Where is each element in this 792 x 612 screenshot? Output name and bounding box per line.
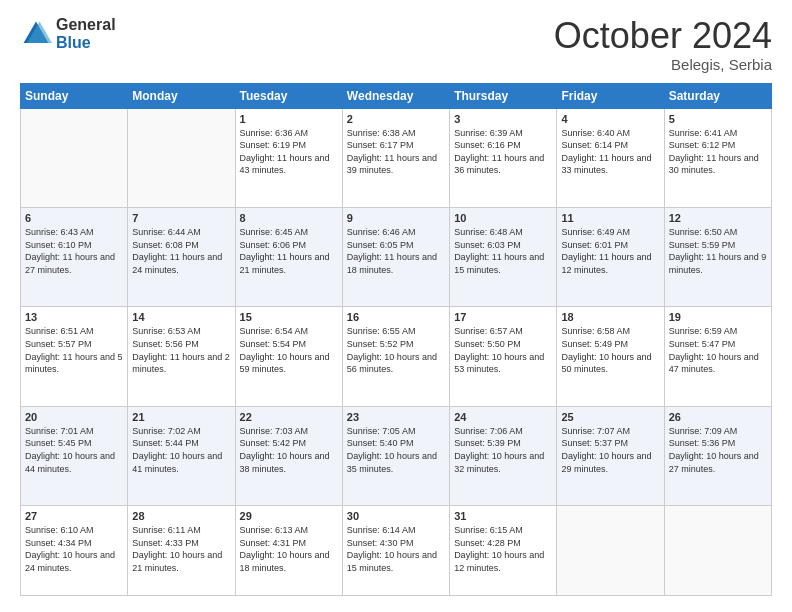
day-number: 4 [561,113,659,125]
calendar-day-cell: 2Sunrise: 6:38 AM Sunset: 6:17 PM Daylig… [342,108,449,207]
calendar-day-cell: 16Sunrise: 6:55 AM Sunset: 5:52 PM Dayli… [342,307,449,406]
calendar-day-cell [128,108,235,207]
logo-general: General [56,16,116,34]
day-info: Sunrise: 6:53 AM Sunset: 5:56 PM Dayligh… [132,325,230,375]
day-number: 30 [347,510,445,522]
calendar-week-row: 20Sunrise: 7:01 AM Sunset: 5:45 PM Dayli… [21,406,772,505]
calendar-day-cell: 25Sunrise: 7:07 AM Sunset: 5:37 PM Dayli… [557,406,664,505]
day-info: Sunrise: 7:01 AM Sunset: 5:45 PM Dayligh… [25,425,123,475]
day-number: 28 [132,510,230,522]
day-number: 14 [132,311,230,323]
calendar-day-cell: 1Sunrise: 6:36 AM Sunset: 6:19 PM Daylig… [235,108,342,207]
day-info: Sunrise: 6:48 AM Sunset: 6:03 PM Dayligh… [454,226,552,276]
calendar-day-cell: 13Sunrise: 6:51 AM Sunset: 5:57 PM Dayli… [21,307,128,406]
calendar-week-row: 6Sunrise: 6:43 AM Sunset: 6:10 PM Daylig… [21,208,772,307]
day-number: 3 [454,113,552,125]
calendar-table: Sunday Monday Tuesday Wednesday Thursday… [20,83,772,596]
calendar-day-cell [21,108,128,207]
day-info: Sunrise: 6:11 AM Sunset: 4:33 PM Dayligh… [132,524,230,574]
day-number: 11 [561,212,659,224]
header-sunday: Sunday [21,83,128,108]
calendar-day-cell: 30Sunrise: 6:14 AM Sunset: 4:30 PM Dayli… [342,506,449,596]
calendar-day-cell: 24Sunrise: 7:06 AM Sunset: 5:39 PM Dayli… [450,406,557,505]
header-thursday: Thursday [450,83,557,108]
calendar-day-cell: 19Sunrise: 6:59 AM Sunset: 5:47 PM Dayli… [664,307,771,406]
calendar-week-row: 27Sunrise: 6:10 AM Sunset: 4:34 PM Dayli… [21,506,772,596]
calendar-day-cell: 29Sunrise: 6:13 AM Sunset: 4:31 PM Dayli… [235,506,342,596]
day-number: 19 [669,311,767,323]
calendar-day-cell: 9Sunrise: 6:46 AM Sunset: 6:05 PM Daylig… [342,208,449,307]
page-header: General Blue October 2024 Belegis, Serbi… [20,16,772,73]
day-info: Sunrise: 6:49 AM Sunset: 6:01 PM Dayligh… [561,226,659,276]
calendar-day-cell: 23Sunrise: 7:05 AM Sunset: 5:40 PM Dayli… [342,406,449,505]
day-number: 6 [25,212,123,224]
day-number: 9 [347,212,445,224]
calendar-day-cell: 7Sunrise: 6:44 AM Sunset: 6:08 PM Daylig… [128,208,235,307]
day-info: Sunrise: 6:13 AM Sunset: 4:31 PM Dayligh… [240,524,338,574]
calendar-week-row: 13Sunrise: 6:51 AM Sunset: 5:57 PM Dayli… [21,307,772,406]
day-info: Sunrise: 7:05 AM Sunset: 5:40 PM Dayligh… [347,425,445,475]
day-number: 26 [669,411,767,423]
day-number: 15 [240,311,338,323]
day-number: 29 [240,510,338,522]
calendar-day-cell: 17Sunrise: 6:57 AM Sunset: 5:50 PM Dayli… [450,307,557,406]
day-info: Sunrise: 6:45 AM Sunset: 6:06 PM Dayligh… [240,226,338,276]
calendar-day-cell: 20Sunrise: 7:01 AM Sunset: 5:45 PM Dayli… [21,406,128,505]
calendar-day-cell: 6Sunrise: 6:43 AM Sunset: 6:10 PM Daylig… [21,208,128,307]
day-info: Sunrise: 6:57 AM Sunset: 5:50 PM Dayligh… [454,325,552,375]
day-number: 2 [347,113,445,125]
day-info: Sunrise: 7:02 AM Sunset: 5:44 PM Dayligh… [132,425,230,475]
calendar-day-cell: 21Sunrise: 7:02 AM Sunset: 5:44 PM Dayli… [128,406,235,505]
day-info: Sunrise: 6:39 AM Sunset: 6:16 PM Dayligh… [454,127,552,177]
day-info: Sunrise: 7:09 AM Sunset: 5:36 PM Dayligh… [669,425,767,475]
day-number: 16 [347,311,445,323]
day-number: 5 [669,113,767,125]
calendar-day-cell: 22Sunrise: 7:03 AM Sunset: 5:42 PM Dayli… [235,406,342,505]
day-number: 23 [347,411,445,423]
calendar-day-cell: 27Sunrise: 6:10 AM Sunset: 4:34 PM Dayli… [21,506,128,596]
day-info: Sunrise: 6:54 AM Sunset: 5:54 PM Dayligh… [240,325,338,375]
logo-icon [20,18,52,50]
day-number: 31 [454,510,552,522]
day-info: Sunrise: 6:38 AM Sunset: 6:17 PM Dayligh… [347,127,445,177]
day-info: Sunrise: 6:44 AM Sunset: 6:08 PM Dayligh… [132,226,230,276]
header-wednesday: Wednesday [342,83,449,108]
calendar-day-cell: 10Sunrise: 6:48 AM Sunset: 6:03 PM Dayli… [450,208,557,307]
day-number: 17 [454,311,552,323]
calendar-day-cell: 18Sunrise: 6:58 AM Sunset: 5:49 PM Dayli… [557,307,664,406]
day-number: 18 [561,311,659,323]
day-number: 24 [454,411,552,423]
day-number: 20 [25,411,123,423]
day-info: Sunrise: 7:06 AM Sunset: 5:39 PM Dayligh… [454,425,552,475]
calendar-day-cell: 26Sunrise: 7:09 AM Sunset: 5:36 PM Dayli… [664,406,771,505]
calendar-day-cell: 31Sunrise: 6:15 AM Sunset: 4:28 PM Dayli… [450,506,557,596]
day-info: Sunrise: 6:51 AM Sunset: 5:57 PM Dayligh… [25,325,123,375]
day-info: Sunrise: 6:58 AM Sunset: 5:49 PM Dayligh… [561,325,659,375]
day-number: 12 [669,212,767,224]
location-subtitle: Belegis, Serbia [554,56,772,73]
day-info: Sunrise: 6:15 AM Sunset: 4:28 PM Dayligh… [454,524,552,574]
day-info: Sunrise: 6:41 AM Sunset: 6:12 PM Dayligh… [669,127,767,177]
calendar-day-cell: 4Sunrise: 6:40 AM Sunset: 6:14 PM Daylig… [557,108,664,207]
header-saturday: Saturday [664,83,771,108]
calendar-day-cell: 12Sunrise: 6:50 AM Sunset: 5:59 PM Dayli… [664,208,771,307]
weekday-header-row: Sunday Monday Tuesday Wednesday Thursday… [21,83,772,108]
day-info: Sunrise: 6:46 AM Sunset: 6:05 PM Dayligh… [347,226,445,276]
calendar-day-cell: 8Sunrise: 6:45 AM Sunset: 6:06 PM Daylig… [235,208,342,307]
header-tuesday: Tuesday [235,83,342,108]
calendar-day-cell: 5Sunrise: 6:41 AM Sunset: 6:12 PM Daylig… [664,108,771,207]
day-info: Sunrise: 6:43 AM Sunset: 6:10 PM Dayligh… [25,226,123,276]
calendar-day-cell: 11Sunrise: 6:49 AM Sunset: 6:01 PM Dayli… [557,208,664,307]
day-number: 1 [240,113,338,125]
calendar-day-cell [664,506,771,596]
day-info: Sunrise: 7:03 AM Sunset: 5:42 PM Dayligh… [240,425,338,475]
logo-blue: Blue [56,34,116,52]
day-info: Sunrise: 6:36 AM Sunset: 6:19 PM Dayligh… [240,127,338,177]
day-number: 13 [25,311,123,323]
day-info: Sunrise: 7:07 AM Sunset: 5:37 PM Dayligh… [561,425,659,475]
calendar-day-cell: 14Sunrise: 6:53 AM Sunset: 5:56 PM Dayli… [128,307,235,406]
day-info: Sunrise: 6:10 AM Sunset: 4:34 PM Dayligh… [25,524,123,574]
day-number: 10 [454,212,552,224]
day-number: 21 [132,411,230,423]
calendar-week-row: 1Sunrise: 6:36 AM Sunset: 6:19 PM Daylig… [21,108,772,207]
